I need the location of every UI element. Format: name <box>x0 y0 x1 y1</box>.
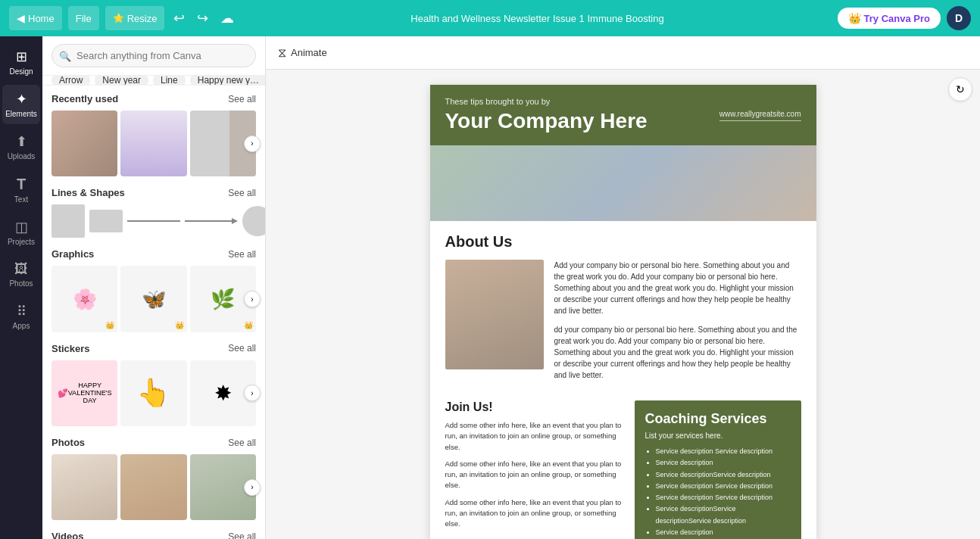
recently-used-title: Recently used <box>51 93 118 104</box>
coaching-item-2: Service description <box>656 457 791 469</box>
sidebar-item-elements[interactable]: ✦ Elements <box>2 85 40 124</box>
newsletter-banner-image <box>430 145 816 221</box>
graphic-item-1[interactable]: 🌸👑 <box>51 266 117 332</box>
sidebar-item-text[interactable]: T Text <box>2 170 40 210</box>
stickers-grid: 💕HAPPYVALENTINE'SDAY 👆 ✸ › <box>51 360 256 426</box>
photos-title: Photos <box>51 437 85 448</box>
animate-button[interactable]: ⧖ Animate <box>278 46 327 60</box>
lines-shapes-section: Lines & Shapes See all › <box>42 179 265 241</box>
photos-icon: 🖼 <box>14 261 28 277</box>
uploads-icon: ⬆ <box>16 133 27 150</box>
arrow-shape[interactable] <box>185 216 238 226</box>
canvas-toolbar: ⧖ Animate <box>266 36 980 70</box>
tag-arrow[interactable]: Arrow <box>51 76 90 86</box>
recently-used-next[interactable]: › <box>244 136 261 152</box>
left-panel: 🔍 Arrow New year Line Happy new y… › Rec… <box>42 36 266 539</box>
elements-icon: ✦ <box>16 91 27 107</box>
search-bar-container: 🔍 <box>42 36 265 76</box>
graphics-see-all[interactable]: See all <box>228 249 256 260</box>
header-company: Your Company Here <box>445 109 648 133</box>
sticker-item-2[interactable]: 👆 <box>120 360 186 426</box>
sidebar-item-photos[interactable]: 🖼 Photos <box>2 255 40 294</box>
photos-grid: › <box>51 454 256 520</box>
crown-badge-1: 👑 <box>105 321 114 329</box>
header-tip: These tips brought to you by <box>445 97 648 106</box>
home-button[interactable]: ◀ Home <box>9 6 62 30</box>
newsletter-body: About Us Add your company bio or persona… <box>430 221 816 539</box>
graphic-item-2[interactable]: 🦋👑 <box>120 266 186 332</box>
stickers-next[interactable]: › <box>244 385 261 401</box>
about-text: Add your company bio or personal bio her… <box>554 260 801 388</box>
about-image <box>445 260 544 369</box>
canvas-refresh-button[interactable]: ↻ <box>948 77 972 101</box>
coaching-item-4: Service description Service description <box>656 481 791 492</box>
avatar[interactable]: D <box>947 6 971 30</box>
stickers-section: Stickers See all 💕HAPPYVALENTINE'SDAY 👆 … <box>42 335 265 429</box>
graphics-section: Graphics See all 🌸👑 🦋👑 🌿👑 › <box>42 241 265 335</box>
photo-item-1[interactable] <box>51 454 117 520</box>
newsletter-header: These tips brought to you by Your Compan… <box>430 85 816 145</box>
sidebar-item-apps[interactable]: ⠿ Apps <box>2 297 40 336</box>
coaching-item-3: Service descriptionService description <box>656 469 791 481</box>
videos-section: Videos See all <box>42 523 265 539</box>
stickers-title: Stickers <box>51 343 90 354</box>
coaching-title: Coaching Services <box>645 411 791 427</box>
canvas-area: ⧖ Animate These tips brought to you by Y… <box>266 36 980 539</box>
lines-shapes-title: Lines & Shapes <box>51 187 125 198</box>
recently-used-grid: › <box>51 111 256 176</box>
redo-button[interactable]: ↪ <box>194 7 211 30</box>
stickers-see-all[interactable]: See all <box>228 343 256 354</box>
lines-shapes-see-all[interactable]: See all <box>228 188 256 198</box>
recently-used-see-all[interactable]: See all <box>228 94 256 104</box>
undo-button[interactable]: ↩ <box>170 7 188 30</box>
line-svg <box>127 216 180 226</box>
search-input[interactable] <box>51 44 256 67</box>
graphics-grid: 🌸👑 🦋👑 🌿👑 › <box>51 266 256 332</box>
square-shape[interactable] <box>51 204 85 238</box>
recently-used-item-2[interactable] <box>120 111 186 176</box>
sidebar-icons: ⊞ Design ✦ Elements ⬆ Uploads T Text ◫ P… <box>0 36 42 539</box>
coaching-item-1: Service description Service description <box>656 446 791 457</box>
cloud-save-button[interactable]: ☁ <box>217 7 237 30</box>
apps-icon: ⠿ <box>17 303 27 319</box>
sidebar-item-projects[interactable]: ◫ Projects <box>2 213 40 252</box>
sidebar-item-design[interactable]: ⊞ Design <box>2 42 40 82</box>
animate-icon: ⧖ <box>278 46 286 60</box>
line-shape[interactable] <box>127 216 180 226</box>
tag-happy-new-year[interactable]: Happy new y… <box>190 76 265 86</box>
file-button[interactable]: File <box>68 6 99 30</box>
videos-see-all[interactable]: See all <box>228 531 256 539</box>
svg-marker-2 <box>232 218 238 224</box>
circle-shape[interactable] <box>242 206 266 236</box>
graphics-title: Graphics <box>51 248 94 260</box>
photos-see-all[interactable]: See all <box>228 438 256 448</box>
tag-line[interactable]: Line <box>153 76 186 86</box>
try-pro-button[interactable]: 👑 Try Canva Pro <box>838 8 941 29</box>
arrow-svg <box>185 216 238 226</box>
recently-used-item-1[interactable] <box>51 111 117 176</box>
coaching-subtitle: List your services here. <box>645 432 791 440</box>
coaching-item-6: Service descriptionService descriptionSe… <box>656 503 791 527</box>
text-icon: T <box>17 176 26 193</box>
coaching-item-5: Service description Service description <box>656 492 791 503</box>
resize-button[interactable]: ⭐ Resize <box>105 6 165 30</box>
header-url: www.reallygreatsite.com <box>719 110 801 118</box>
sidebar-item-uploads[interactable]: ⬆ Uploads <box>2 127 40 167</box>
sticker-item-1[interactable]: 💕HAPPYVALENTINE'SDAY <box>51 360 117 426</box>
design-icon: ⊞ <box>16 48 27 65</box>
photo-item-2[interactable] <box>120 454 186 520</box>
join-text-1: Add some other info here, like an event … <box>445 420 624 453</box>
about-content: Add your company bio or personal bio her… <box>445 260 801 388</box>
rect-shape[interactable] <box>89 210 123 232</box>
shapes-grid: › <box>51 204 256 238</box>
photos-next[interactable]: › <box>244 479 261 496</box>
tag-new-year[interactable]: New year <box>95 76 148 86</box>
crown-badge-3: 👑 <box>244 321 253 329</box>
photos-section: Photos See all › <box>42 429 265 523</box>
search-icon: 🔍 <box>59 50 71 61</box>
graphics-next[interactable]: › <box>244 291 261 307</box>
coaching-services: Coaching Services List your services her… <box>635 400 801 539</box>
canvas-scroll[interactable]: These tips brought to you by Your Compan… <box>266 70 980 539</box>
about-title: About Us <box>445 233 801 251</box>
newsletter: These tips brought to you by Your Compan… <box>430 85 816 539</box>
